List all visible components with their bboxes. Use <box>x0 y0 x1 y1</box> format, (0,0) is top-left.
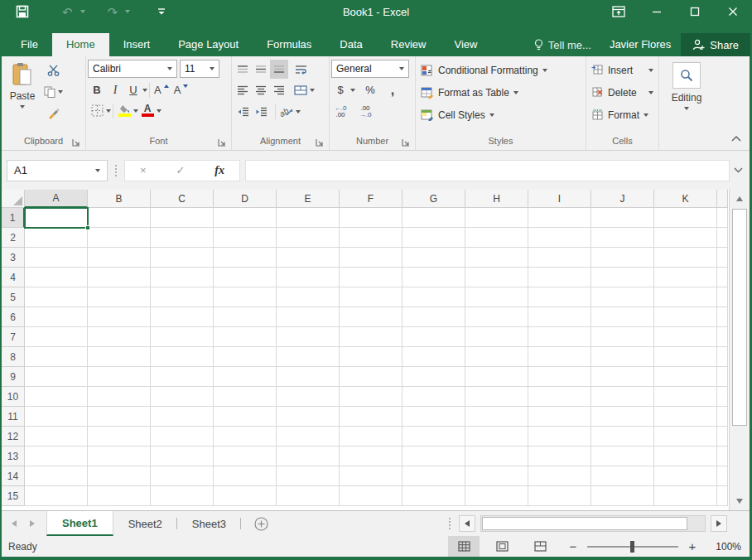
cell-D4[interactable] <box>214 268 277 287</box>
cell-K2[interactable] <box>654 228 717 248</box>
cell-I10[interactable] <box>528 387 591 407</box>
increase-font-button[interactable]: A <box>152 80 171 99</box>
cell-A8[interactable] <box>25 347 88 367</box>
tab-review[interactable]: Review <box>377 33 441 56</box>
save-button[interactable] <box>12 2 33 21</box>
cell-A11[interactable] <box>25 407 88 427</box>
cell-F14[interactable] <box>340 466 403 486</box>
cell-B11[interactable] <box>88 407 151 427</box>
cell-D3[interactable] <box>214 248 277 268</box>
cell-D13[interactable] <box>214 447 277 466</box>
conditional-formatting-button[interactable]: ≠ Conditional Formatting <box>417 59 584 81</box>
cell-C10[interactable] <box>151 387 214 407</box>
cell-I5[interactable] <box>528 287 591 307</box>
format-painter-button[interactable] <box>41 104 65 123</box>
cell-J2[interactable] <box>591 228 654 248</box>
cell-D14[interactable] <box>214 466 277 486</box>
cell-C6[interactable] <box>151 307 214 327</box>
cancel-entry-button[interactable]: × <box>140 164 147 176</box>
cell-B12[interactable] <box>88 427 151 447</box>
scroll-up-button[interactable] <box>730 191 750 207</box>
cell-J1[interactable] <box>591 208 654 228</box>
column-header-I[interactable]: I <box>528 190 591 208</box>
cell-H7[interactable] <box>465 327 528 347</box>
row-header-4[interactable]: 4 <box>2 268 25 287</box>
cell-J15[interactable] <box>591 486 654 506</box>
cell-H3[interactable] <box>465 248 528 268</box>
undo-button[interactable]: ↶ <box>58 2 77 21</box>
cell-G12[interactable] <box>403 427 465 447</box>
cell-E15[interactable] <box>277 486 340 506</box>
cell-K15[interactable] <box>654 486 717 506</box>
align-bottom-button[interactable] <box>270 60 288 79</box>
cell-B1[interactable] <box>88 208 151 228</box>
underline-dropdown[interactable] <box>142 89 147 92</box>
formula-bar-resize-handle[interactable] <box>113 165 119 176</box>
wrap-text-button[interactable] <box>292 60 310 79</box>
tab-formulas[interactable]: Formulas <box>253 33 325 56</box>
cell-K13[interactable] <box>654 447 717 466</box>
row-header-8[interactable]: 8 <box>2 347 25 367</box>
customize-qat-button[interactable] <box>153 2 170 21</box>
cell-C5[interactable] <box>151 287 214 307</box>
cell-I11[interactable] <box>528 407 591 427</box>
decrease-decimal-button[interactable]: .00 →.0 <box>356 102 374 121</box>
scroll-left-button[interactable] <box>459 515 475 532</box>
close-button[interactable] <box>714 0 752 23</box>
column-header-F[interactable]: F <box>340 190 403 208</box>
cell-G9[interactable] <box>403 367 465 387</box>
font-dialog-launcher[interactable] <box>218 138 227 147</box>
paste-button[interactable]: Paste <box>3 59 41 130</box>
cell-G14[interactable] <box>403 466 465 486</box>
number-format-combo[interactable]: General <box>331 60 409 78</box>
column-header-G[interactable]: G <box>403 190 465 208</box>
cell-D1[interactable] <box>214 208 277 228</box>
cell-G4[interactable] <box>403 268 465 287</box>
cell-I2[interactable] <box>528 228 591 248</box>
font-size-combo[interactable]: 11 <box>180 60 219 78</box>
cell-A14[interactable] <box>25 466 88 486</box>
cell-H5[interactable] <box>465 287 528 307</box>
orientation-button[interactable]: ab <box>277 102 296 121</box>
cell-F1[interactable] <box>340 208 403 228</box>
cell-C3[interactable] <box>151 248 214 268</box>
cell-K11[interactable] <box>654 407 717 427</box>
cell-styles-button[interactable]: Cell Styles <box>417 104 584 126</box>
row-header-7[interactable]: 7 <box>2 327 25 347</box>
cell-D12[interactable] <box>214 427 277 447</box>
comma-style-button[interactable]: , <box>383 80 402 99</box>
cell-A12[interactable] <box>25 427 88 447</box>
cell-G8[interactable] <box>403 347 465 367</box>
cell-A4[interactable] <box>25 268 88 287</box>
cell-F10[interactable] <box>340 387 403 407</box>
align-left-button[interactable] <box>234 80 252 99</box>
cell-C2[interactable] <box>151 228 214 248</box>
cell-D5[interactable] <box>214 287 277 307</box>
cell-I4[interactable] <box>528 268 591 287</box>
cell-B13[interactable] <box>88 447 151 466</box>
format-cells-button[interactable]: Format <box>588 104 657 126</box>
cell-B9[interactable] <box>88 367 151 387</box>
row-header-13[interactable]: 13 <box>2 447 25 466</box>
page-layout-view-button[interactable] <box>486 536 518 557</box>
cell-B10[interactable] <box>88 387 151 407</box>
borders-dropdown[interactable] <box>106 109 111 113</box>
currency-button[interactable]: $ <box>331 80 349 99</box>
row-header-3[interactable]: 3 <box>2 248 25 268</box>
column-header-H[interactable]: H <box>465 190 528 208</box>
scroll-right-button[interactable] <box>711 515 727 532</box>
cell-E3[interactable] <box>277 248 340 268</box>
scroll-down-button[interactable] <box>730 493 750 509</box>
fill-color-button[interactable] <box>115 101 133 120</box>
cell-J12[interactable] <box>591 427 654 447</box>
cell-K4[interactable] <box>654 268 717 287</box>
cell-C15[interactable] <box>151 486 214 506</box>
cell-H1[interactable] <box>465 208 528 228</box>
page-break-preview-button[interactable] <box>524 536 556 557</box>
cell-H6[interactable] <box>465 307 528 327</box>
normal-view-button[interactable] <box>448 536 480 557</box>
row-header-12[interactable]: 12 <box>2 427 25 447</box>
cell-E2[interactable] <box>277 228 340 248</box>
column-header-B[interactable]: B <box>88 190 151 208</box>
cell-B5[interactable] <box>88 287 151 307</box>
